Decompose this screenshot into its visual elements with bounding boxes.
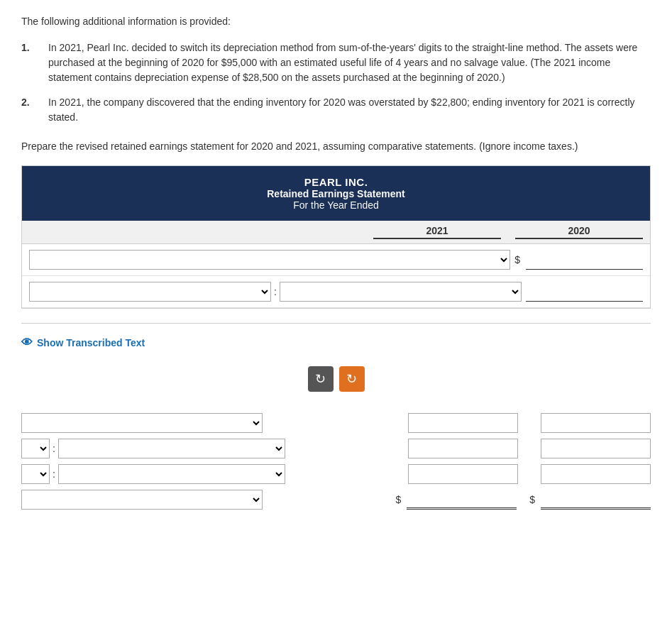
bottom-row-a-input-2021[interactable] (408, 413, 518, 433)
prepare-text: Prepare the revised retained earnings st… (21, 139, 651, 154)
row2-input-2021[interactable] (526, 282, 643, 302)
list-num-1: 1. (21, 40, 43, 85)
intro-text: The following additional information is … (21, 14, 651, 29)
bottom-row-c-small-select[interactable] (21, 464, 50, 484)
bottom-row-c-label: : (21, 464, 285, 484)
bottom-row-d-input-2021[interactable] (407, 490, 517, 510)
row2-label-area: : (29, 282, 522, 302)
bottom-row-a (21, 413, 651, 433)
numbered-list: 1. In 2021, Pearl Inc. decided to switch… (21, 40, 651, 125)
bottom-row-a-select[interactable] (21, 413, 263, 433)
bottom-row-d-dollar-2021: $ (395, 494, 401, 505)
year-2021-header: 2021 (373, 225, 501, 239)
bottom-row-a-input-2020[interactable] (541, 413, 651, 433)
bottom-row-c-colon: : (53, 468, 55, 480)
bottom-row-d-dollar-2020: $ (529, 494, 535, 505)
show-transcribed-link[interactable]: 👁 Show Transcribed Text (21, 336, 651, 349)
bottom-row-c-input-2020[interactable] (541, 464, 651, 484)
action-buttons: ↻ ↻ (21, 366, 651, 392)
bottom-row-b-colon: : (53, 443, 55, 454)
bottom-row-d-select[interactable] (21, 490, 263, 510)
eye-icon: 👁 (21, 336, 33, 349)
year-header-row: 2021 2020 (22, 221, 650, 244)
list-item-2: 2. In 2021, the company discovered that … (21, 95, 651, 125)
row2-colon: : (274, 286, 277, 297)
form-row-1: $ (22, 244, 650, 276)
statement-header: PEARL INC. Retained Earnings Statement F… (22, 166, 650, 221)
row1-select[interactable] (29, 250, 510, 270)
reset-button[interactable]: ↻ (308, 366, 334, 392)
list-item-1: 1. In 2021, Pearl Inc. decided to switch… (21, 40, 651, 85)
list-text-1: In 2021, Pearl Inc. decided to switch it… (48, 40, 651, 85)
bottom-row-b-main-select[interactable] (58, 439, 285, 458)
row1-label-area (29, 250, 510, 270)
bottom-row-c-main-select[interactable] (58, 464, 285, 484)
row2-main-select[interactable] (280, 282, 522, 302)
period-title: For the Year Ended (29, 199, 643, 211)
statement-title: Retained Earnings Statement (29, 188, 643, 199)
bottom-form: : : (21, 406, 651, 522)
bottom-row-c-input-2021[interactable] (408, 464, 518, 484)
bottom-row-b-input-2021[interactable] (408, 439, 518, 458)
row1-dollar: $ (514, 254, 520, 265)
refresh-button[interactable]: ↻ (339, 366, 365, 392)
company-name: PEARL INC. (29, 176, 643, 188)
page-wrapper: The following additional information is … (0, 0, 672, 544)
row2-small-select[interactable] (29, 282, 271, 302)
section-divider (21, 323, 651, 324)
bottom-row-b-input-2020[interactable] (541, 439, 651, 458)
row1-input-2021[interactable] (526, 250, 643, 270)
bottom-row-d-input-2020[interactable] (541, 490, 651, 510)
bottom-row-d: $ $ (21, 490, 651, 510)
list-text-2: In 2021, the company discovered that the… (48, 95, 651, 125)
bottom-row-c: : (21, 464, 651, 484)
year-header-spacer (29, 225, 373, 239)
bottom-row-b: : (21, 439, 651, 458)
form-row-2: : (22, 276, 650, 308)
statement-container: PEARL INC. Retained Earnings Statement F… (21, 165, 651, 309)
bottom-row-b-small-select[interactable] (21, 439, 50, 458)
list-num-2: 2. (21, 95, 43, 125)
show-transcribed-label: Show Transcribed Text (37, 337, 145, 348)
bottom-row-b-label: : (21, 439, 285, 458)
year-2020-header: 2020 (515, 225, 643, 239)
